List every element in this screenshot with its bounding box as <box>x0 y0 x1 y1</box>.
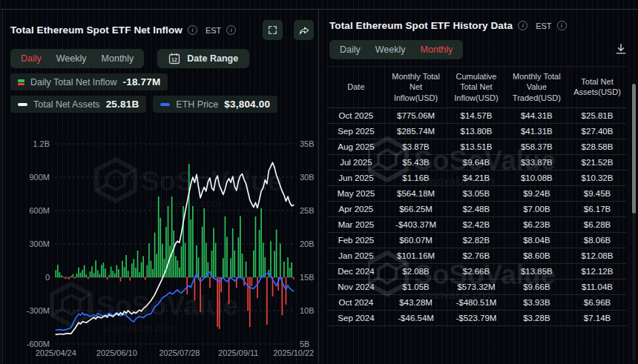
value-cell: $573.32M <box>447 279 505 294</box>
value-cell: $6.17B <box>568 201 626 216</box>
net-inflow-chart-panel: Total Ethereum Spot ETF Net Inflow i EST… <box>3 10 319 363</box>
tab-weekly[interactable]: Weekly <box>56 53 87 64</box>
white-dash-icon <box>18 103 27 106</box>
value-cell: $60.07M <box>384 232 447 248</box>
net-inflow-chart[interactable]: 1.2B35B900M30B600M25B300M20B015B-300M10B… <box>9 116 315 359</box>
fullscreen-icon <box>267 24 278 36</box>
tab-monthly[interactable]: Monthly <box>102 53 134 64</box>
top-strip <box>0 0 638 10</box>
value-cell: $3.05B <box>447 185 505 201</box>
svg-text:5B: 5B <box>300 340 309 348</box>
svg-text:600M: 600M <box>29 206 50 215</box>
daily-net-inflow-value: -18.77M <box>123 76 161 87</box>
value-cell: $13.51B <box>447 139 505 154</box>
date-cell: Dec 2024 <box>328 263 384 279</box>
svg-text:2025/09/11: 2025/09/11 <box>218 348 258 357</box>
date-cell: Nov 2024 <box>328 279 384 294</box>
value-cell: -$480.51M <box>447 294 505 310</box>
value-cell: $7.14B <box>568 310 626 325</box>
date-cell: Sep 2025 <box>328 123 384 139</box>
value-cell: $8.06B <box>568 232 626 248</box>
table-row: Oct 2025$775.06M$14.57B$44.31B$25.81B <box>328 107 626 123</box>
share-button[interactable] <box>294 20 314 40</box>
eth-price-value: $3,804.00 <box>224 99 270 110</box>
history-data-panel: Total Ethereum Spot ETF History Data i E… <box>319 10 638 363</box>
svg-text:15B: 15B <box>300 273 315 282</box>
table-row: May 2025$564.18M$3.05B$9.24B$9.45B <box>328 185 626 201</box>
table-row: Jun 2025$1.16B$4.21B$10.08B$10.32B <box>328 170 626 185</box>
value-cell: $9.24B <box>505 185 568 201</box>
table-row: Feb 2025$60.07M$2.82B$8.04B$8.06B <box>328 232 626 248</box>
svg-text:10B: 10B <box>300 306 315 315</box>
blue-dash-icon <box>160 103 170 106</box>
chart-period-tabs: Daily Weekly Monthly <box>10 49 144 68</box>
info-icon[interactable]: i <box>188 25 197 35</box>
table-scrollbar[interactable] <box>632 84 636 360</box>
date-cell: May 2025 <box>328 185 384 201</box>
value-cell: $9.66B <box>505 279 568 294</box>
download-icon <box>614 42 628 56</box>
value-cell: $2.76B <box>447 248 505 263</box>
value-cell: $6.96B <box>568 294 626 310</box>
date-cell: Mar 2025 <box>328 216 384 232</box>
svg-text:-300M: -300M <box>27 306 50 315</box>
date-cell: Oct 2025 <box>328 107 384 123</box>
value-cell: $27.40B <box>568 123 626 139</box>
value-cell: $12.12B <box>568 263 626 279</box>
tab-monthly[interactable]: Monthly <box>421 44 453 55</box>
column-header: Date <box>328 67 384 108</box>
table-row: Oct 2024$43.28M-$480.51M$3.93B$6.96B <box>328 294 626 310</box>
value-cell: $2.08B <box>384 263 447 279</box>
value-cell: $43.28M <box>384 294 447 310</box>
value-cell: $5.43B <box>384 154 447 170</box>
page-title: Total Ethereum Spot ETF Net Inflow <box>10 24 182 36</box>
table-row: Nov 2024$1.05B$573.32M$9.66B$11.04B <box>328 279 626 294</box>
value-cell: $1.16B <box>384 170 447 185</box>
date-range-button[interactable]: 12 Date Range <box>157 49 249 68</box>
value-cell: $44.31B <box>505 107 568 123</box>
sosovalue-logo-icon <box>52 284 91 325</box>
svg-text:sosovalue.com: sosovalue.com <box>102 321 177 334</box>
sosovalue-logo-icon <box>96 159 135 201</box>
value-cell: $10.32B <box>568 170 626 185</box>
value-cell: $41.31B <box>505 123 568 139</box>
value-cell: $285.74M <box>384 123 447 139</box>
value-cell: $58.37B <box>505 139 568 154</box>
legend-total-net-assets[interactable]: Total Net Assets 25.81B <box>10 96 146 113</box>
value-cell: -$403.37M <box>384 216 447 232</box>
value-cell: $8.04B <box>505 232 568 248</box>
value-cell: $2.82B <box>447 232 505 248</box>
inflow-bars-icon <box>18 79 24 85</box>
value-cell: $4.21B <box>447 170 505 185</box>
legend-eth-price[interactable]: ETH Price $3,804.00 <box>153 96 277 113</box>
value-cell: $3.93B <box>505 294 568 310</box>
value-cell: $3.28B <box>505 310 568 325</box>
table-row: Jul 2025$5.43B$9.64B$33.87B$21.52B <box>328 154 626 170</box>
info-icon[interactable]: i <box>226 25 236 35</box>
info-icon[interactable]: i <box>518 21 527 30</box>
legend-daily-net-inflow[interactable]: Daily Total Net Inflow -18.77M <box>10 73 168 90</box>
table-row: Dec 2024$2.08B$2.66B$13.85B$12.12B <box>328 263 626 279</box>
value-cell: -$46.54M <box>384 310 447 325</box>
tab-daily[interactable]: Daily <box>340 44 361 55</box>
table-row: Aug 2025$3.87B$13.51B$58.37B$28.58B <box>328 139 626 154</box>
column-header: Monthly Total Net Inflow(USD) <box>384 67 447 108</box>
date-cell: Jul 2025 <box>328 154 384 170</box>
date-cell: Jan 2025 <box>328 248 384 263</box>
scrollbar-thumb[interactable] <box>632 84 636 214</box>
svg-text:25B: 25B <box>300 206 315 215</box>
info-icon[interactable]: i <box>557 21 567 30</box>
download-button[interactable] <box>613 41 629 59</box>
value-cell: $14.57B <box>447 107 505 123</box>
history-table: DateMonthly Total Net Inflow(USD)Cumulat… <box>328 66 626 326</box>
svg-text:2025/04/24: 2025/04/24 <box>36 348 76 357</box>
value-cell: $21.52B <box>568 154 626 170</box>
value-cell: $2.66B <box>447 263 505 279</box>
value-cell: $6.23B <box>505 216 568 232</box>
tab-daily[interactable]: Daily <box>21 53 42 64</box>
value-cell: $12.08B <box>568 248 626 263</box>
svg-text:2025/07/28: 2025/07/28 <box>159 348 200 357</box>
value-cell: $9.45B <box>568 185 626 201</box>
fullscreen-button[interactable] <box>263 20 283 40</box>
tab-weekly[interactable]: Weekly <box>375 44 406 55</box>
